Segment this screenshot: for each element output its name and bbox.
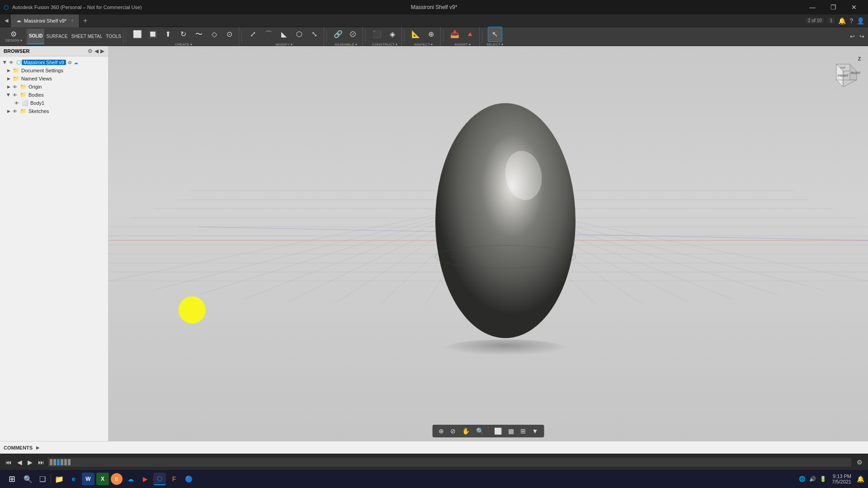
timeline-marker[interactable] [61,459,63,465]
mode-solid-tab[interactable]: SOLID [27,29,45,44]
tree-doc-settings[interactable]: ▶ 📁 Document Settings [0,66,108,75]
close-button[interactable]: ✕ [844,0,864,14]
timeline-end-button[interactable]: ⏭ [36,458,46,467]
press-pull-button[interactable]: ⤢ [246,27,260,42]
taskbar-clock[interactable]: 9:13 PM 7/5/2021 [830,474,853,484]
onedrive-icon: ☁ [127,475,134,483]
shell-button[interactable]: ⬡ [292,27,307,42]
browser-settings-icon[interactable]: ⚙ [88,48,93,54]
notification-bell-icon[interactable]: 🔔 [838,17,846,24]
root-options-icon[interactable]: ⚙ [68,60,72,65]
assemble-group: 🔗 ⛒ ASSEMBLE ▾ [329,27,363,47]
viewport-orbit-button[interactable]: ⊕ [436,427,446,436]
new-body-button[interactable]: 🔲 [146,27,160,42]
bodies-eye-icon[interactable]: 👁 [13,93,19,98]
collapse-browser-icon[interactable]: ◀ [2,18,11,23]
viewcube[interactable]: Z TOP FRONT RIGHT [823,55,859,91]
fusion-icon: ⬡ [157,475,162,482]
offset-plane-button[interactable]: ⬛ [370,27,384,42]
origin-eye-icon[interactable]: 👁 [13,84,19,89]
viewport-grid-button[interactable]: ▦ [506,427,516,436]
browser-collapse-icon[interactable]: ◀ [94,48,99,54]
tree-body1[interactable]: 👁 ⬜ Body1 [0,99,108,107]
timeline-prev-button[interactable]: ◀ [15,458,24,467]
account-icon[interactable]: 👤 [857,17,864,24]
taskbar-edge[interactable]: e [67,473,80,485]
viewport-pan-button[interactable]: ✋ [460,427,472,436]
taskbar-search[interactable]: 🔍 [22,473,34,485]
timeline-track[interactable] [48,458,851,467]
viewport-effects-button[interactable]: ⊞ [518,427,528,436]
joint-button[interactable]: 🔗 [331,27,345,42]
interference-button[interactable]: ⊕ [424,27,439,42]
scale-button[interactable]: ⤡ [307,27,322,42]
tray-volume-icon[interactable]: 🔊 [809,476,816,482]
revolve-button[interactable]: ↻ [176,27,191,42]
document-tab-active[interactable]: ☁ Massironi Shelf v9* × [11,14,80,27]
tray-network-icon[interactable]: 🌐 [799,476,806,482]
redo-button[interactable]: ↪ [858,32,866,41]
taskbar-brave[interactable]: B [111,473,123,485]
taskbar-task-view[interactable]: ❑ [36,473,49,485]
sketches-eye-icon[interactable]: 👁 [13,109,19,114]
undo-button[interactable]: ↩ [848,32,857,41]
add-tab-button[interactable]: + [80,17,91,25]
root-eye-icon[interactable]: 👁 [9,60,15,65]
minimize-button[interactable]: — [802,0,823,14]
taskbar-chrome[interactable]: 🔵 [182,473,195,485]
comments-expand-icon[interactable]: ▶ [36,445,40,450]
extrude-button[interactable]: ⬆ [161,27,175,42]
browser-expand-icon[interactable]: ▶ [100,48,104,54]
mode-tools-tab[interactable]: TOOLS [104,29,123,44]
timeline-start-button[interactable]: ⏮ [4,458,14,467]
timeline-marker[interactable] [68,459,71,465]
bodies-arrow: ▶ [6,92,11,98]
viewport-look-at-button[interactable]: ⊘ [448,427,458,436]
hole-button[interactable]: ⊙ [222,27,237,42]
tab-close-button[interactable]: × [71,18,74,23]
angle-plane-button[interactable]: ◈ [385,27,400,42]
taskbar-onedrive[interactable]: ☁ [124,473,137,485]
taskbar-excel[interactable]: X [96,473,109,485]
tree-bodies[interactable]: ▶ 👁 📁 Bodies [0,91,108,99]
viewport-zoom-button[interactable]: 🔍 [474,427,486,436]
taskbar-word[interactable]: W [82,473,94,485]
insert-mesh-button[interactable]: 📥 [448,27,462,42]
body1-eye-icon[interactable]: 👁 [14,101,21,106]
taskbar-fusion[interactable]: ⬡ [153,473,166,485]
timeline-marker[interactable] [64,459,67,465]
tray-battery-icon[interactable]: 🔋 [820,476,826,482]
select-button[interactable]: ↖ [488,27,502,42]
system-tray: 🌐 🔊 🔋 9:13 PM 7/5/2021 🔔 [799,474,864,484]
viewport[interactable]: Z TOP FRONT RIGHT ⊕ ⊘ ✋ [108,46,868,441]
sweep-button[interactable]: 〜 [192,27,206,42]
insert-svg-button[interactable]: 🔺 [463,27,477,42]
mode-sheet-metal-tab[interactable]: SHEET METAL [70,29,104,44]
rigid-group-button[interactable]: ⛒ [346,27,361,42]
timeline-settings-button[interactable]: ⚙ [855,458,864,467]
timeline-marker-active[interactable] [57,459,60,465]
start-button[interactable]: ⊞ [4,471,20,487]
taskbar-media[interactable]: ▶ [139,473,151,485]
fillet-button[interactable]: ⌒ [261,27,276,42]
help-icon[interactable]: ? [849,17,853,24]
taskbar-app7[interactable]: F [168,473,180,485]
chamfer-button[interactable]: ◣ [277,27,291,42]
viewport-display-button[interactable]: ⬜ [492,427,504,436]
measure-button[interactable]: 📐 [409,27,423,42]
loft-button[interactable]: ◇ [207,27,222,42]
mode-surface-tab[interactable]: SURFACE [44,29,69,44]
timeline-marker[interactable] [53,459,56,465]
tray-notification-icon[interactable]: 🔔 [857,475,864,483]
design-button[interactable]: ⚙ DESIGN ▾ [4,29,24,44]
tree-sketches[interactable]: ▶ 👁 📁 Sketches [0,107,108,115]
timeline-marker[interactable] [50,459,52,465]
viewport-more-button[interactable]: ▼ [530,427,541,436]
new-component-button[interactable]: ⬜ [130,27,145,42]
taskbar-explorer[interactable]: 📁 [53,473,66,485]
tree-named-views[interactable]: ▶ 📁 Named Views [0,75,108,83]
tree-origin[interactable]: ▶ 👁 📁 Origin [0,83,108,91]
tree-root[interactable]: ▶ 👁 ⬡ Massironi Shelf v9 ⚙ ☁ [0,58,108,66]
maximize-button[interactable]: ❐ [823,0,844,14]
timeline-play-button[interactable]: ▶ [26,458,34,467]
